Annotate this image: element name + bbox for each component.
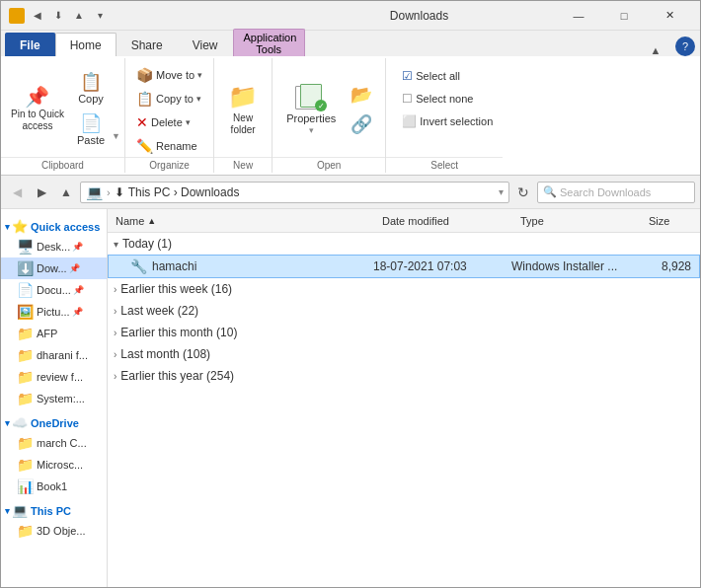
tab-file[interactable]: File xyxy=(5,33,55,56)
sidebar-item-book1[interactable]: 📊 Book1 xyxy=(1,476,107,497)
paste-button[interactable]: 📄 Paste xyxy=(72,110,110,150)
navigation-bar: ◀ ▶ ▲ 💻 › ⬇ This PC › Downloads ▾ ↻ 🔍 Se… xyxy=(1,176,700,209)
address-dropdown-icon[interactable]: ▾ xyxy=(499,186,504,197)
forward-qa-btn[interactable]: ⬇ xyxy=(49,7,67,25)
sidebar-item-reviewf[interactable]: 📁 review f... xyxy=(1,366,107,388)
book1-icon: 📊 xyxy=(17,478,34,494)
pin-icon: 📌 xyxy=(25,87,49,107)
copy-button[interactable]: 📋 Copy xyxy=(73,69,109,109)
copy-to-arrow-icon: ▾ xyxy=(196,94,201,104)
move-to-arrow-icon: ▾ xyxy=(197,70,202,80)
move-icon: 📦 xyxy=(136,67,153,83)
downloads-folder-icon: ⬇ xyxy=(115,185,124,199)
microsof-icon: 📁 xyxy=(17,457,34,473)
sidebar-item-documents[interactable]: 📄 Docu... 📌 xyxy=(1,279,107,301)
title-bar-left: ◀ ⬇ ▲ ▾ xyxy=(9,7,282,25)
delete-arrow-icon: ▾ xyxy=(186,117,191,127)
quick-access-star-icon: ⭐ xyxy=(12,219,28,234)
back-button[interactable]: ◀ xyxy=(6,182,28,203)
sidebar-item-pictures[interactable]: 🖼️ Pictu... 📌 xyxy=(1,301,107,323)
sidebar-item-downloads[interactable]: ⬇️ Dow... 📌 xyxy=(1,257,107,279)
group-earlier-this-week[interactable]: › Earlier this week (16) xyxy=(108,278,700,300)
open-extra-btn1[interactable]: 📂 xyxy=(346,81,377,109)
minimize-button[interactable]: — xyxy=(556,1,601,31)
title-bar: ◀ ⬇ ▲ ▾ Downloads — □ ✕ xyxy=(1,1,700,31)
col-header-size[interactable]: Size xyxy=(641,211,700,231)
forward-button[interactable]: ▶ xyxy=(31,182,52,203)
group-last-month[interactable]: › Last month (108) xyxy=(108,343,700,365)
desktop-icon: 🖥️ xyxy=(17,239,34,255)
open-extra-btn2[interactable]: 🔗 xyxy=(346,110,377,138)
invert-selection-button[interactable]: ⬜ Invert selection xyxy=(396,111,499,131)
reviewf-icon: 📁 xyxy=(17,369,34,385)
pin-to-quick-access-button[interactable]: 📌 Pin to Quickaccess xyxy=(5,83,70,136)
ribbon-collapse-btn[interactable]: ▲ xyxy=(651,44,662,56)
copy-to-button[interactable]: 📋 Copy to ▾ xyxy=(129,88,208,110)
quick-access-collapse-icon: ▾ xyxy=(5,222,10,232)
move-to-button[interactable]: 📦 Move to ▾ xyxy=(129,64,209,86)
col-header-type[interactable]: Type xyxy=(512,211,641,231)
window-controls: — □ ✕ xyxy=(556,1,692,31)
ribbon-body: 📌 Pin to Quickaccess 📋 Copy 📄 Paste ▼ Cl… xyxy=(1,56,700,176)
tab-share[interactable]: Share xyxy=(117,33,178,56)
sidebar-item-desktop[interactable]: 🖥️ Desk... 📌 xyxy=(1,236,107,257)
help-btn[interactable]: ? xyxy=(675,37,695,56)
sidebar-this-pc-header[interactable]: ▾ 💻 This PC xyxy=(1,497,107,520)
sidebar-item-system[interactable]: 📁 System:... xyxy=(1,388,107,409)
select-none-button[interactable]: ☐ Select none xyxy=(396,89,479,109)
manage-context-label: Application Tools xyxy=(233,29,305,57)
rename-icon: ✏️ xyxy=(136,138,153,154)
search-bar[interactable]: 🔍 Search Downloads xyxy=(537,182,695,203)
afp-label: AFP xyxy=(37,328,57,339)
up-button[interactable]: ▲ xyxy=(55,182,77,203)
rename-button[interactable]: ✏️ Rename xyxy=(129,135,204,157)
close-button[interactable]: ✕ xyxy=(647,1,692,31)
sidebar-onedrive-header[interactable]: ▾ ☁️ OneDrive xyxy=(1,409,107,432)
desktop-pin-icon: 📌 xyxy=(72,242,83,252)
group-earlier-this-month[interactable]: › Earlier this month (10) xyxy=(108,322,700,343)
col-header-date[interactable]: Date modified xyxy=(374,211,512,231)
downloads-pin-icon: 📌 xyxy=(69,263,80,273)
customize-qa-btn[interactable]: ▾ xyxy=(91,7,109,25)
sidebar-item-dharani[interactable]: 📁 dharani f... xyxy=(1,344,107,366)
sidebar-item-3dobjects[interactable]: 📁 3D Obje... xyxy=(1,520,107,542)
properties-button[interactable]: ✓ Properties ▾ xyxy=(280,80,342,139)
sidebar-item-afp[interactable]: 📁 AFP xyxy=(1,323,107,344)
last-month-chevron-icon: › xyxy=(114,349,117,360)
group-today[interactable]: ▾ Today (1) xyxy=(108,233,700,255)
sidebar-quick-access-header[interactable]: ▾ ⭐ Quick access xyxy=(1,213,107,236)
delete-button[interactable]: ✕ Delete ▾ xyxy=(129,111,197,133)
maximize-button[interactable]: □ xyxy=(601,1,647,31)
refresh-button[interactable]: ↻ xyxy=(512,182,534,203)
last-week-chevron-icon: › xyxy=(114,306,117,317)
hamachi-file-icon: 🔧 xyxy=(130,258,147,274)
back-qa-btn[interactable]: ◀ xyxy=(29,7,46,25)
earlier-week-chevron-icon: › xyxy=(114,284,117,295)
sidebar-item-microsof[interactable]: 📁 Microsc... xyxy=(1,454,107,476)
afp-icon: 📁 xyxy=(17,326,34,341)
file-row-hamachi[interactable]: 🔧 hamachi 18-07-2021 07:03 Windows Insta… xyxy=(108,255,700,278)
sidebar-item-march[interactable]: 📁 march C... xyxy=(1,432,107,454)
pictures-pin-icon: 📌 xyxy=(72,307,83,317)
invert-selection-icon: ⬜ xyxy=(402,114,417,128)
search-icon: 🔍 xyxy=(543,185,557,198)
address-bar[interactable]: 💻 › ⬇ This PC › Downloads ▾ xyxy=(80,182,509,203)
clipboard-expand-icon[interactable]: ▼ xyxy=(112,131,120,157)
up-qa-btn[interactable]: ▲ xyxy=(70,7,88,25)
select-all-button[interactable]: ☑ Select all xyxy=(396,66,466,86)
copy-to-icon: 📋 xyxy=(136,91,153,107)
ribbon-group-new: 📁 Newfolder New xyxy=(214,58,273,173)
new-folder-button[interactable]: 📁 Newfolder xyxy=(218,79,268,140)
select-none-icon: ☐ xyxy=(402,92,413,106)
address-arrow1: › xyxy=(107,186,111,198)
onedrive-collapse-icon: ▾ xyxy=(5,418,10,428)
tab-view[interactable]: View xyxy=(178,33,233,56)
ribbon-group-open: ✓ Properties ▾ 📂 🔗 Open xyxy=(273,58,386,173)
new-folder-icon: 📁 xyxy=(228,83,258,110)
group-last-week[interactable]: › Last week (22) xyxy=(108,300,700,322)
this-pc-computer-icon: 💻 xyxy=(12,503,28,518)
pictures-label: Pictu... xyxy=(37,306,70,318)
group-earlier-this-year[interactable]: › Earlier this year (254) xyxy=(108,365,700,387)
col-header-name[interactable]: Name ▲ xyxy=(108,211,374,231)
tab-home[interactable]: Home xyxy=(55,33,117,56)
